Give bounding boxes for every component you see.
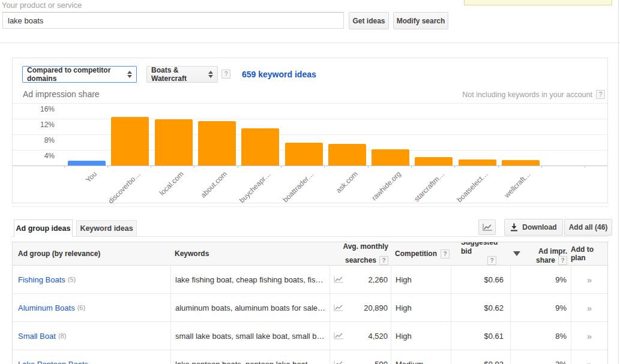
- trend-chart-icon[interactable]: [334, 332, 344, 340]
- col-header-suggested-bid[interactable]: Suggested bid ?: [451, 242, 510, 265]
- ad-group-link[interactable]: Small Boat: [18, 332, 56, 341]
- table-row: Small Boat(8) small lake boats, small la…: [13, 322, 607, 350]
- search-input[interactable]: [2, 12, 344, 29]
- x-axis-label: boattrader…: [281, 170, 316, 204]
- x-axis-label: starcraftm…: [412, 170, 446, 203]
- col-header-avg-monthly-searches[interactable]: Avg. monthly searches?: [330, 242, 391, 265]
- searches-value: 20,890: [364, 303, 388, 312]
- add-to-plan-button[interactable]: »: [587, 275, 592, 285]
- competition-value: High: [396, 275, 412, 284]
- x-axis-label: ask.com: [334, 170, 359, 194]
- keyword-count-badge: (5): [68, 276, 76, 283]
- ad-group-link[interactable]: Fishing Boats: [18, 275, 65, 284]
- keywords-cell: lake fishing boat, cheap fishing boats, …: [170, 266, 330, 293]
- x-axis-label: local.com: [158, 170, 185, 197]
- searches-cell: 4,520: [330, 322, 391, 350]
- col-header-label: Suggested bid: [461, 242, 504, 256]
- bar-boattrader…[interactable]: [285, 143, 323, 166]
- tab-label: Keyword ideas: [80, 224, 133, 233]
- bar-starcraftm…[interactable]: [415, 157, 453, 166]
- col-header-competition[interactable]: Competition ?: [391, 242, 451, 265]
- col-header-keywords[interactable]: Keywords: [170, 242, 330, 265]
- keywords-text: aluminum boats, aluminum boats for sale…: [175, 303, 325, 312]
- searches-cell: 2,260: [330, 266, 391, 293]
- tab-keyword-ideas[interactable]: Keyword ideas: [76, 220, 137, 236]
- bar-ask.com[interactable]: [328, 144, 366, 166]
- add-all-button[interactable]: Add all (46): [564, 219, 612, 236]
- share-value: 9%: [555, 303, 567, 312]
- add-to-plan-cell: »: [571, 266, 607, 293]
- x-axis-tick: [324, 166, 325, 168]
- share-value: 8%: [555, 332, 567, 341]
- add-to-plan-cell: »: [571, 294, 607, 321]
- add-to-plan-button[interactable]: »: [587, 303, 592, 313]
- bar-rawhide.org[interactable]: [372, 149, 409, 166]
- modify-search-button[interactable]: Modify search: [393, 12, 448, 29]
- add-all-label: Add all (46): [569, 223, 608, 231]
- bid-cell: $0.93: [451, 350, 510, 364]
- col-header-ad-group[interactable]: Ad group (by relevance): [13, 242, 170, 265]
- line-chart-icon: [482, 223, 493, 231]
- x-axis-tick: [238, 166, 238, 168]
- tab-label: Ad group ideas: [16, 224, 71, 233]
- trend-chart-icon[interactable]: [334, 304, 344, 312]
- x-axis-label: discoverbo…: [106, 170, 142, 205]
- ad-group-cell: Lake Pontoon Boats: [13, 350, 170, 364]
- help-icon[interactable]: ?: [558, 256, 567, 265]
- searches-value: 590: [375, 360, 388, 364]
- table-row: Fishing Boats(5) lake fishing boat, chea…: [13, 266, 607, 294]
- trend-chart-icon[interactable]: [334, 360, 344, 364]
- col-header-label: Add to plan: [571, 245, 607, 262]
- tab-ad-group-ideas[interactable]: Ad group ideas: [14, 219, 73, 237]
- bar-discoverbo…[interactable]: [111, 117, 149, 166]
- share-cell: 3%: [510, 350, 571, 364]
- get-ideas-button[interactable]: Get ideas: [349, 12, 389, 29]
- x-axis-tick: [194, 166, 194, 168]
- share-value: 3%: [555, 360, 567, 364]
- share-value: 9%: [555, 275, 567, 284]
- add-to-plan-cell: »: [571, 350, 607, 364]
- help-icon[interactable]: ?: [441, 249, 450, 258]
- bid-cell: $0.61: [451, 322, 510, 350]
- keywords-cell: lake pontoon boats, pontoon lake boat…: [170, 350, 330, 364]
- bar-wellcraft…[interactable]: [502, 160, 540, 166]
- ad-group-link[interactable]: Lake Pontoon Boats: [18, 360, 88, 364]
- toggle-chart-button[interactable]: [478, 219, 496, 235]
- ad-group-ideas-table: Ad group (by relevance) Keywords Avg. mo…: [12, 242, 608, 364]
- bar-buycheapr…[interactable]: [241, 128, 279, 166]
- col-header-add-to-plan: Add to plan: [571, 242, 607, 265]
- bar-boatselect…[interactable]: [459, 160, 496, 166]
- keyword-count-badge: (6): [77, 304, 85, 311]
- get-ideas-label: Get ideas: [352, 17, 385, 25]
- help-icon[interactable]: ?: [487, 256, 496, 265]
- col-header-label: Ad impr.: [538, 247, 567, 256]
- modify-search-label: Modify search: [397, 17, 445, 25]
- bar-about.com[interactable]: [198, 121, 236, 166]
- searches-value: 4,520: [368, 332, 388, 341]
- trend-chart-icon[interactable]: [334, 276, 344, 284]
- keywords-cell: small lake boats, small lake boat, small…: [170, 322, 330, 350]
- ad-group-link[interactable]: Aluminum Boats: [18, 303, 75, 312]
- divider: [12, 206, 608, 207]
- add-to-plan-button[interactable]: »: [587, 359, 592, 364]
- bar-local.com[interactable]: [155, 119, 193, 166]
- panel-edge: [618, 0, 619, 364]
- bid-value: $0.66: [484, 275, 504, 284]
- x-axis-label: rawhide.org: [370, 170, 402, 202]
- table-header-row: Ad group (by relevance) Keywords Avg. mo…: [13, 242, 607, 266]
- x-axis-tick: [64, 166, 65, 168]
- col-header-label: share: [536, 256, 555, 265]
- x-axis-label: You: [84, 170, 98, 184]
- searches-cell: 590: [330, 350, 391, 364]
- table-row: Aluminum Boats(6) aluminum boats, alumin…: [13, 294, 607, 322]
- add-to-plan-button[interactable]: »: [587, 331, 592, 341]
- help-icon[interactable]: ?: [379, 256, 388, 265]
- col-header-ad-impr-share[interactable]: Ad impr. share?: [510, 242, 571, 265]
- col-header-label: Competition: [395, 249, 437, 258]
- col-header-label: Avg. monthly: [343, 242, 388, 251]
- bar-You[interactable]: [68, 161, 106, 166]
- notification-banner: [464, 0, 612, 5]
- keywords-cell: aluminum boats, aluminum boats for sale…: [170, 294, 330, 321]
- download-button[interactable]: Download: [504, 219, 563, 236]
- impression-share-panel: Compared to competitor domains Boats & W…: [12, 58, 608, 203]
